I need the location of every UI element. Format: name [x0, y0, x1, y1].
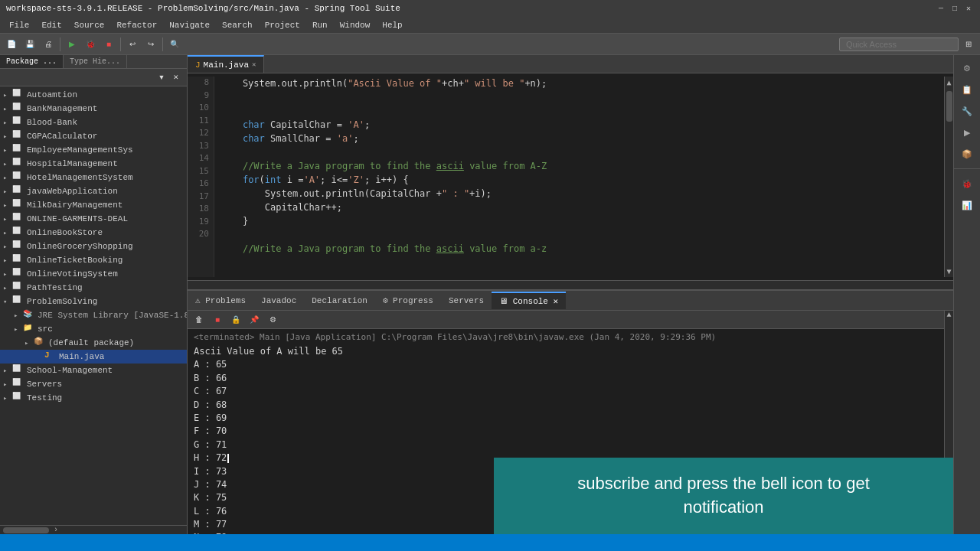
editor-tab-main[interactable]: J Main.java ✕ [188, 55, 264, 73]
tree-item-EmployeeManagementSys[interactable]: ▸⬜EmployeeManagementSys [0, 143, 187, 157]
vertical-scrollbar[interactable]: ▲ ▼ [944, 77, 953, 277]
undo-button[interactable]: ↩ [124, 36, 141, 53]
tree-item-School-Management[interactable]: ▸⬜School-Management [0, 364, 187, 377]
tree-expand-arrow[interactable]: ▸ [3, 119, 12, 127]
tree-expand-arrow[interactable]: ▸ [3, 174, 12, 182]
tree-expand-arrow[interactable]: ▸ [3, 367, 12, 375]
tree-item-HotelManagementSystem[interactable]: ▸⬜HotelManagementSystem [0, 171, 187, 184]
tree-expand-arrow[interactable]: ▸ [3, 284, 12, 292]
tree-expand-arrow[interactable]: ▸ [14, 311, 23, 320]
tree-item-Autoamtion[interactable]: ▸⬜Autoamtion [0, 88, 187, 102]
editor-tab-close[interactable]: ✕ [252, 60, 256, 69]
tree-expand-arrow[interactable]: ▸ [3, 215, 12, 223]
right-btn-5[interactable]: 📦 [957, 144, 977, 164]
tree-expand-arrow[interactable]: ▸ [3, 229, 12, 237]
tab-progress[interactable]: ⚙ Progress [375, 292, 441, 308]
tab-servers[interactable]: Servers [441, 293, 492, 308]
scroll-track[interactable] [946, 88, 952, 266]
tree-expand-arrow[interactable]: ▸ [3, 105, 12, 113]
new-button[interactable]: 📄 [3, 36, 20, 53]
tree-item-Main.java[interactable]: JMain.java [0, 350, 187, 364]
save-button[interactable]: 💾 [21, 36, 38, 53]
tree-expand-arrow[interactable]: ▸ [3, 394, 12, 403]
print-button[interactable]: 🖨 [40, 36, 57, 53]
tree-item-MilkDairyManagement[interactable]: ▸⬜MilkDairyManagement [0, 198, 187, 212]
tab-javadoc[interactable]: Javadoc [253, 293, 304, 308]
menu-edit[interactable]: Edit [35, 19, 67, 31]
menu-navigate[interactable]: Navigate [163, 19, 216, 31]
tree-item-CGPACalculator[interactable]: ▸⬜CGPACalculator [0, 129, 187, 143]
redo-button[interactable]: ↪ [142, 36, 159, 53]
h-scroll-thumb[interactable] [3, 527, 49, 533]
tree-item-ONLINE-GARMENTS-DEAL[interactable]: ▸⬜ONLINE-GARMENTS-DEAL [0, 212, 187, 226]
tree-expand-arrow[interactable]: ▾ [3, 298, 12, 306]
right-btn-6[interactable]: 🐞 [957, 174, 977, 194]
right-btn-1[interactable]: ⚙ [957, 58, 977, 78]
close-button[interactable]: ✕ [963, 3, 974, 14]
tree-item-HospitalManagement[interactable]: ▸⬜HospitalManagement [0, 157, 187, 171]
tab-declaration[interactable]: Declaration [304, 293, 375, 308]
menu-search[interactable]: Search [216, 19, 259, 31]
run-button[interactable]: ▶ [64, 36, 80, 53]
menu-window[interactable]: Window [334, 19, 377, 31]
minimize-button[interactable]: ─ [936, 3, 946, 14]
right-btn-3[interactable]: 🔧 [957, 101, 977, 121]
tree-item-OnlineBookStore[interactable]: ▸⬜OnlineBookStore [0, 226, 187, 240]
menu-file[interactable]: File [3, 19, 35, 31]
tree-item-OnlineGroceryShopping[interactable]: ▸⬜OnlineGroceryShopping [0, 240, 187, 253]
menu-refactor[interactable]: Refactor [110, 19, 163, 31]
close-panel-button[interactable]: ✕ [170, 71, 182, 83]
menu-source[interactable]: Source [68, 19, 111, 31]
tree-expand-arrow[interactable]: ▸ [3, 146, 12, 155]
tab-type-hierarchy[interactable]: Type Hie... [64, 55, 127, 68]
scroll-thumb[interactable] [946, 91, 952, 122]
maximize-button[interactable]: □ [949, 3, 960, 14]
tree-item-Servers[interactable]: ▸⬜Servers [0, 377, 187, 391]
tab-problems[interactable]: ⚠ Problems [188, 292, 253, 308]
debug-button[interactable]: 🐞 [82, 36, 99, 53]
right-btn-7[interactable]: 📊 [957, 195, 977, 215]
tree-item-OnlineTicketBooking[interactable]: ▸⬜OnlineTicketBooking [0, 253, 187, 267]
tree-item-Testing[interactable]: ▸⬜Testing [0, 391, 187, 405]
h-scrollbar[interactable] [188, 280, 953, 289]
tree-expand-arrow[interactable]: ▸ [3, 91, 12, 99]
scroll-up-arrow[interactable]: ▲ [946, 77, 951, 88]
tree-expand-arrow[interactable]: ▸ [3, 270, 12, 279]
tree-expand-arrow[interactable]: ▸ [3, 256, 12, 265]
code-content[interactable]: System.out.println("Ascii Value of "+ch+… [214, 77, 944, 277]
menu-help[interactable]: Help [376, 19, 408, 31]
scroll-arrow-right[interactable]: › [54, 526, 58, 534]
menu-project[interactable]: Project [259, 19, 306, 31]
console-pin[interactable]: 📌 [246, 311, 263, 328]
console-scroll-lock[interactable]: 🔒 [227, 311, 244, 328]
tree-expand-arrow[interactable]: ▸ [3, 201, 12, 210]
tree-item-(default-package)[interactable]: ▸📦(default package) [0, 336, 187, 350]
tree-item-ProblemSolving[interactable]: ▾⬜ProblemSolving [0, 295, 187, 308]
collapse-button[interactable]: ▼ [155, 71, 168, 83]
stop-button[interactable]: ■ [100, 36, 117, 53]
quick-access-input[interactable] [839, 37, 959, 51]
tab-console[interactable]: 🖥 Console ✕ [492, 292, 566, 309]
tree-expand-arrow[interactable]: ▸ [3, 187, 12, 196]
console-settings[interactable]: ⚙ [264, 311, 281, 328]
tree-h-scrollbar[interactable]: › [0, 525, 187, 534]
tree-expand-arrow[interactable]: ▸ [24, 339, 34, 347]
scroll-down-arrow[interactable]: ▼ [946, 266, 951, 277]
tree-item-OnlineVotingSystem[interactable]: ▸⬜OnlineVotingSystem [0, 267, 187, 281]
tree-item-BankManagement[interactable]: ▸⬜BankManagement [0, 102, 187, 116]
tree-expand-arrow[interactable]: ▸ [3, 160, 12, 168]
search-button[interactable]: 🔍 [166, 36, 183, 53]
right-btn-2[interactable]: 📋 [957, 80, 977, 99]
menu-run[interactable]: Run [306, 19, 334, 31]
tree-expand-arrow[interactable]: ▸ [3, 243, 12, 251]
tree-item-javaWebApplication[interactable]: ▸⬜javaWebApplication [0, 184, 187, 198]
tree-expand-arrow[interactable]: ▸ [3, 380, 12, 389]
perspective-button[interactable]: ⊞ [960, 36, 977, 53]
right-btn-4[interactable]: ▶ [957, 122, 977, 142]
tree-item-PathTesting[interactable]: ▸⬜PathTesting [0, 281, 187, 295]
tab-package-explorer[interactable]: Package ... [0, 55, 64, 68]
tree-item-Blood-Bank[interactable]: ▸⬜Blood-Bank [0, 116, 187, 129]
console-stop[interactable]: ■ [209, 311, 226, 328]
console-scroll-up[interactable]: ▲ [946, 311, 951, 319]
tree-item-JRE-System-Library-[JavaSE-1.8][interactable]: ▸📚JRE System Library [JavaSE-1.8] [0, 308, 187, 322]
